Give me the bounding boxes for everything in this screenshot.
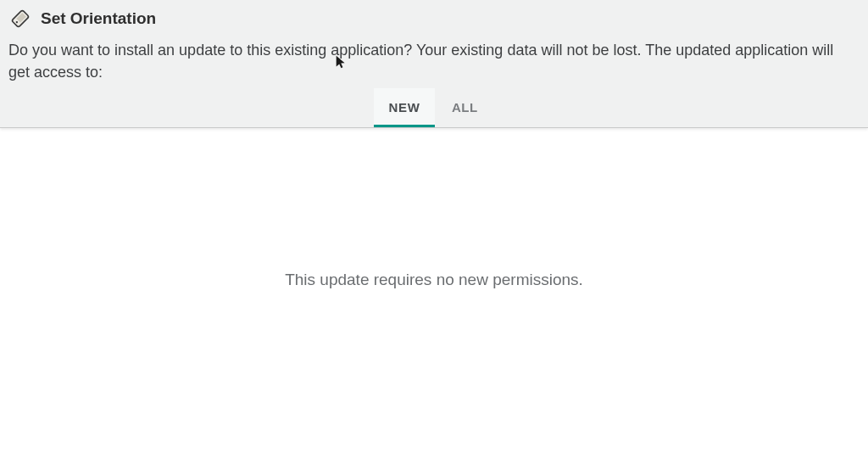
no-new-permissions-text: This update requires no new permissions. xyxy=(0,271,868,289)
set-orientation-icon xyxy=(8,7,32,31)
dialog-body: This update requires no new permissions.… xyxy=(0,271,868,475)
title-row: Set Orientation xyxy=(8,7,860,37)
install-question: Do you want to install an update to this… xyxy=(8,37,856,88)
app-title: Set Orientation xyxy=(41,9,156,28)
tab-all[interactable]: ALL xyxy=(435,88,494,127)
permission-tabs: NEW ALL xyxy=(8,88,860,127)
dialog-header: Set Orientation Do you want to install a… xyxy=(0,0,868,128)
tab-new[interactable]: NEW xyxy=(374,88,436,127)
